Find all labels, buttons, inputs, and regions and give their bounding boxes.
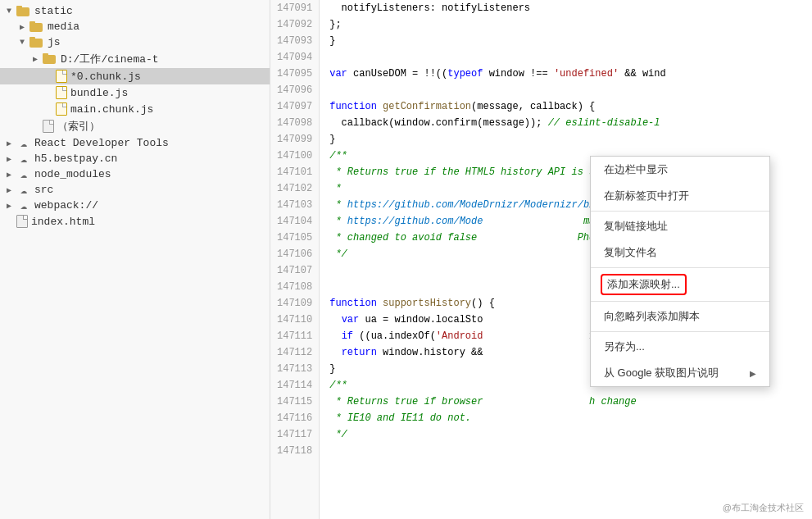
- code-line: }: [329, 33, 812, 49]
- context-menu-item-add-source-map[interactable]: 添加来源映射...: [591, 270, 769, 299]
- tree-label: D:/工作/cinema-t: [61, 52, 159, 66]
- tree-label: （索引）: [57, 119, 100, 134]
- file-icon: [56, 86, 67, 99]
- tree-label: media: [48, 20, 79, 33]
- tree-item-src[interactable]: ▶ ☁ src: [0, 182, 270, 198]
- folder-icon: [16, 6, 31, 17]
- file-icon: [56, 102, 67, 116]
- tree-item-js[interactable]: ▼ js: [0, 34, 270, 50]
- expand-arrow: ▶: [7, 185, 16, 195]
- tree-label: node_modules: [34, 168, 111, 180]
- tree-item-static[interactable]: ▼ static: [0, 3, 270, 19]
- context-menu-separator: [591, 267, 769, 268]
- expand-arrow: ▶: [33, 54, 43, 64]
- code-editor: 147091 147092 147093 147094 147095 14709…: [270, 0, 812, 519]
- context-menu: 在边栏中显示 在新标签页中打开 复制链接地址 复制文件名 添加来源映射... 向…: [590, 156, 770, 387]
- code-line: var canUseDOM = !!((typeof window !== 'u…: [329, 66, 812, 82]
- tree-item-webpack[interactable]: ▶ ☁ webpack://: [0, 198, 270, 213]
- file-plain-icon: [16, 215, 28, 228]
- context-menu-separator: [591, 211, 769, 212]
- code-line: [329, 82, 812, 98]
- context-menu-label: 从 Google 获取图片说明: [604, 366, 719, 380]
- cloud-icon: ☁: [16, 153, 31, 165]
- expand-arrow: ▶: [7, 139, 16, 148]
- tree-label: h5.bestpay.cn: [34, 153, 117, 165]
- tree-label: js: [48, 36, 61, 48]
- context-menu-separator: [591, 301, 769, 302]
- context-menu-item-copy-filename[interactable]: 复制文件名: [591, 239, 769, 266]
- expand-arrow: ▶: [7, 154, 16, 164]
- code-line: [329, 443, 812, 459]
- cloud-icon: ☁: [16, 169, 31, 180]
- context-menu-label: 复制链接地址: [604, 219, 668, 234]
- watermark: @布工淘金技术社区: [723, 502, 804, 514]
- expand-arrow: ▼: [7, 7, 16, 16]
- tree-label: webpack://: [34, 199, 98, 212]
- code-line: function getConfirmation(message, callba…: [329, 98, 812, 115]
- tree-label: main.chunk.js: [70, 103, 153, 116]
- context-menu-label: 向忽略列表添加脚本: [604, 309, 700, 324]
- tree-label: src: [34, 184, 53, 196]
- expand-arrow: ▶: [20, 22, 29, 32]
- tree-item-media[interactable]: ▶ media: [0, 19, 270, 34]
- code-line: [329, 49, 812, 66]
- line-numbers: 147091 147092 147093 147094 147095 14709…: [270, 0, 320, 519]
- tree-label: bundle.js: [70, 87, 128, 99]
- expand-arrow: ▼: [20, 38, 29, 47]
- tree-item-index-entry[interactable]: （索引）: [0, 117, 270, 135]
- cloud-icon: ☁: [16, 184, 31, 196]
- cloud-icon: ☁: [16, 138, 31, 149]
- code-line: callback(window.confirm(message)); // es…: [329, 115, 812, 131]
- code-line: * IE10 and IE11 do not.: [329, 410, 812, 426]
- context-menu-label: 复制文件名: [604, 245, 657, 260]
- expand-arrow: ▶: [7, 170, 16, 180]
- tree-item-index-html[interactable]: index.html: [0, 213, 270, 230]
- tree-label: index.html: [31, 216, 95, 228]
- context-menu-label: 在新标签页中打开: [604, 189, 689, 203]
- tree-label: static: [34, 5, 73, 17]
- tree-item-bundle[interactable]: bundle.js: [0, 84, 270, 101]
- code-line: }: [329, 131, 812, 148]
- tree-item-chunk0[interactable]: *0.chunk.js: [0, 68, 270, 84]
- tree-item-main-chunk[interactable]: main.chunk.js: [0, 101, 270, 117]
- tree-item-h5bestpay[interactable]: ▶ ☁ h5.bestpay.cn: [0, 151, 270, 166]
- context-menu-item-open-tab[interactable]: 在新标签页中打开: [591, 183, 769, 209]
- file-icon: [43, 120, 54, 133]
- context-menu-separator: [591, 331, 769, 332]
- submenu-arrow-icon: ▶: [750, 369, 756, 378]
- folder-icon: [29, 37, 44, 48]
- context-menu-item-save-as[interactable]: 另存为...: [591, 334, 769, 360]
- expand-arrow: ▶: [7, 201, 16, 211]
- watermark-text: @布工淘金技术社区: [723, 503, 804, 512]
- code-line: * Returns true if browser h change: [329, 394, 812, 410]
- file-icon: [56, 70, 67, 83]
- context-menu-item-ignore-list[interactable]: 向忽略列表添加脚本: [591, 303, 769, 330]
- code-line: */: [329, 426, 812, 443]
- context-menu-label: 另存为...: [604, 339, 645, 354]
- code-line: };: [329, 16, 812, 33]
- tree-item-cinema[interactable]: ▶ D:/工作/cinema-t: [0, 50, 270, 68]
- tree-label: *0.chunk.js: [70, 71, 141, 83]
- context-menu-item-copy-link[interactable]: 复制链接地址: [591, 213, 769, 239]
- folder-icon: [43, 53, 57, 65]
- code-line: notifyListeners: notifyListeners: [329, 0, 812, 16]
- folder-icon: [29, 21, 44, 33]
- context-menu-item-show-sidebar[interactable]: 在边栏中显示: [591, 157, 769, 183]
- tree-item-react-dev-tools[interactable]: ▶ ☁ React Developer Tools: [0, 135, 270, 151]
- tree-label: React Developer Tools: [34, 137, 169, 149]
- cloud-icon: ☁: [16, 200, 31, 212]
- file-tree-sidebar: ▼ static ▶ media ▼ js ▶ D:/工作/cinema-t *…: [0, 0, 270, 519]
- context-menu-label-highlighted: 添加来源映射...: [601, 274, 687, 295]
- context-menu-label: 在边栏中显示: [604, 162, 668, 177]
- context-menu-item-google-image[interactable]: 从 Google 获取图片说明 ▶: [591, 360, 769, 386]
- tree-item-node-modules[interactable]: ▶ ☁ node_modules: [0, 166, 270, 182]
